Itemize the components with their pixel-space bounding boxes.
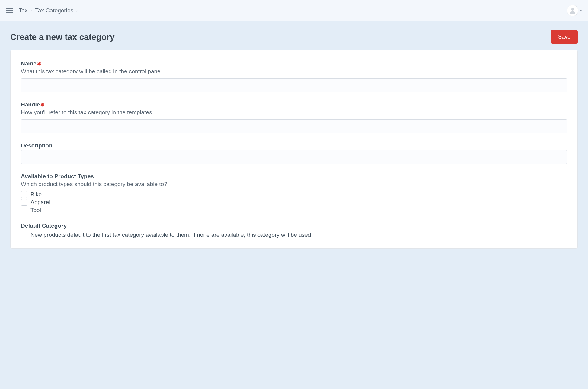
breadcrumb-item-tax[interactable]: Tax (19, 7, 28, 14)
field-name: Name✱ What this tax category will be cal… (21, 60, 567, 92)
page-header: Create a new tax category Save (0, 21, 588, 50)
name-input[interactable] (21, 78, 567, 92)
chevron-down-icon: ▾ (580, 8, 582, 12)
description-label: Description (21, 142, 567, 149)
description-input[interactable] (21, 150, 567, 164)
checkbox-label[interactable]: Apparel (30, 199, 50, 206)
checkbox-default-category[interactable] (21, 232, 27, 238)
checkbox-row: Bike (21, 191, 567, 198)
checkbox-apparel[interactable] (21, 199, 27, 206)
page-title: Create a new tax category (10, 32, 115, 42)
checkbox-row: New products default to the first tax ca… (21, 232, 567, 238)
topbar-left: Tax › Tax Categories › (6, 7, 78, 14)
field-product-types: Available to Product Types Which product… (21, 173, 567, 213)
chevron-right-icon: › (76, 8, 78, 13)
default-category-help[interactable]: New products default to the first tax ca… (30, 232, 313, 238)
handle-label: Handle✱ (21, 101, 567, 108)
save-button[interactable]: Save (551, 30, 578, 44)
handle-help: How you'll refer to this tax category in… (21, 109, 567, 116)
breadcrumb-item-tax-categories[interactable]: Tax Categories (35, 7, 73, 14)
checkbox-label[interactable]: Bike (30, 191, 42, 198)
product-types-label: Available to Product Types (21, 173, 567, 180)
avatar (567, 5, 578, 16)
user-icon (569, 7, 577, 14)
product-types-list: Bike Apparel Tool (21, 191, 567, 213)
checkbox-row: Tool (21, 207, 567, 213)
checkbox-bike[interactable] (21, 191, 27, 198)
product-types-help: Which product types should this category… (21, 181, 567, 188)
checkbox-label[interactable]: Tool (30, 207, 41, 213)
checkbox-row: Apparel (21, 199, 567, 206)
form-panel: Name✱ What this tax category will be cal… (10, 50, 578, 249)
handle-input[interactable] (21, 119, 567, 133)
svg-point-0 (571, 8, 574, 11)
required-icon: ✱ (40, 102, 44, 107)
field-description: Description (21, 142, 567, 164)
chevron-right-icon: › (31, 8, 32, 13)
breadcrumb: Tax › Tax Categories › (19, 7, 78, 14)
menu-icon[interactable] (6, 8, 13, 13)
field-handle: Handle✱ How you'll refer to this tax cat… (21, 101, 567, 133)
checkbox-tool[interactable] (21, 207, 27, 213)
name-label: Name✱ (21, 60, 567, 67)
name-help: What this tax category will be called in… (21, 68, 567, 75)
user-menu[interactable]: ▾ (567, 5, 582, 16)
field-default-category: Default Category New products default to… (21, 223, 567, 238)
required-icon: ✱ (37, 61, 41, 66)
topbar: Tax › Tax Categories › ▾ (0, 0, 588, 21)
default-category-label: Default Category (21, 223, 567, 229)
